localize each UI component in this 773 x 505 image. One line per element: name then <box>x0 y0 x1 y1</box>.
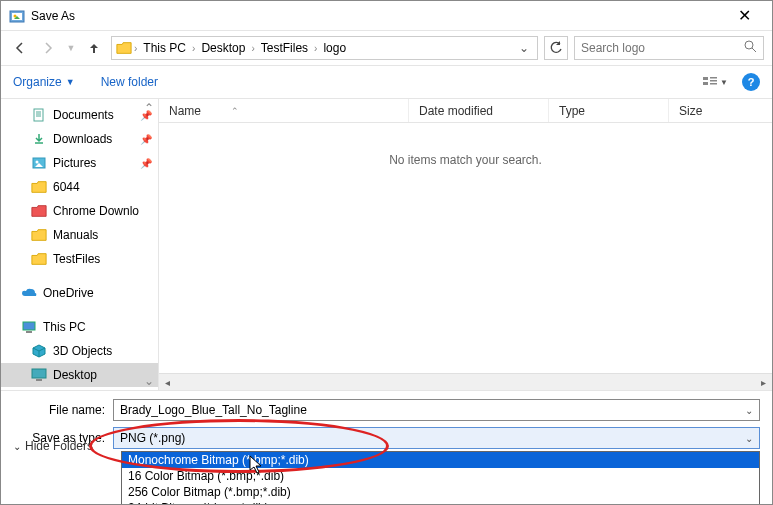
chevron-right-icon[interactable]: › <box>192 43 195 54</box>
column-name[interactable]: Name⌃ <box>159 99 409 122</box>
dropdown-option[interactable]: 24-bit Bitmap (*.bmp;*.dib) <box>122 500 759 505</box>
svg-rect-19 <box>32 369 46 378</box>
tree-label: 3D Objects <box>53 344 112 358</box>
nav-tree[interactable]: Documents📌 Downloads📌 Pictures📌 6044 Chr… <box>1 99 159 390</box>
tree-label: TestFiles <box>53 252 100 266</box>
tree-label: 6044 <box>53 180 80 194</box>
dropdown-option[interactable]: 256 Color Bitmap (*.bmp;*.dib) <box>122 484 759 500</box>
savetype-value: PNG (*.png) <box>120 431 185 445</box>
file-list[interactable]: No items match your search. <box>159 123 772 373</box>
column-type[interactable]: Type <box>549 99 669 122</box>
column-label: Size <box>679 104 702 118</box>
breadcrumb[interactable]: This PC <box>139 41 190 55</box>
documents-icon <box>31 108 47 122</box>
hide-folders-label: Hide Folders <box>25 439 93 453</box>
view-options[interactable]: ▼ <box>702 75 728 89</box>
column-size[interactable]: Size <box>669 99 772 122</box>
tree-item-pictures[interactable]: Pictures📌 <box>1 151 158 175</box>
folder-icon <box>31 204 47 218</box>
tree-label: Desktop <box>53 368 97 382</box>
hide-folders-button[interactable]: ⌄ Hide Folders <box>13 439 93 453</box>
folder-icon <box>31 252 47 266</box>
help-button[interactable]: ? <box>742 73 760 91</box>
back-button[interactable] <box>9 37 31 59</box>
tree-label: Pictures <box>53 156 96 170</box>
filename-value: Brady_Logo_Blue_Tall_No_Tagline <box>120 403 307 417</box>
tree-item-folder[interactable]: Manuals <box>1 223 158 247</box>
chevron-down-icon: ▼ <box>720 78 728 87</box>
savetype-field[interactable]: PNG (*.png) ⌄ <box>113 427 760 449</box>
refresh-button[interactable] <box>544 36 568 60</box>
svg-rect-20 <box>36 379 42 381</box>
search-input[interactable] <box>581 41 744 55</box>
tree-item-documents[interactable]: Documents📌 <box>1 103 158 127</box>
svg-rect-6 <box>703 82 708 85</box>
folder-icon <box>31 228 47 242</box>
scroll-left[interactable]: ◂ <box>159 377 176 388</box>
chevron-down-icon[interactable]: ⌄ <box>745 405 753 416</box>
tree-scrollbar[interactable]: ⌃⌄ <box>144 99 158 390</box>
svg-rect-17 <box>23 322 35 330</box>
dropdown-option[interactable]: Monochrome Bitmap (*.bmp;*.dib) <box>122 452 759 468</box>
forward-button[interactable] <box>37 37 59 59</box>
tree-label: OneDrive <box>43 286 94 300</box>
tree-label: Downloads <box>53 132 112 146</box>
window-title: Save As <box>31 9 724 23</box>
close-button[interactable]: ✕ <box>724 6 764 25</box>
search-box[interactable] <box>574 36 764 60</box>
organize-menu[interactable]: Organize▼ <box>13 75 75 89</box>
sort-indicator: ⌃ <box>231 106 239 116</box>
svg-rect-18 <box>26 331 32 333</box>
chevron-right-icon[interactable]: › <box>314 43 317 54</box>
desktop-icon <box>31 368 47 382</box>
horizontal-scrollbar[interactable]: ◂ ▸ <box>159 373 772 390</box>
history-dropdown[interactable]: ▼ <box>65 37 77 59</box>
tree-label: Manuals <box>53 228 98 242</box>
tree-item-folder[interactable]: Chrome Downlo <box>1 199 158 223</box>
search-icon[interactable] <box>744 40 757 56</box>
svg-rect-10 <box>34 109 43 121</box>
scroll-track[interactable] <box>176 374 755 390</box>
pc-icon <box>21 320 37 334</box>
filename-label: File name: <box>13 403 113 417</box>
column-label: Type <box>559 104 585 118</box>
organize-label: Organize <box>13 75 62 89</box>
tree-item-folder[interactable]: TestFiles <box>1 247 158 271</box>
chevron-down-icon[interactable]: ⌄ <box>745 433 753 444</box>
up-button[interactable] <box>83 37 105 59</box>
empty-message: No items match your search. <box>389 153 542 167</box>
filename-field[interactable]: Brady_Logo_Blue_Tall_No_Tagline ⌄ <box>113 399 760 421</box>
downloads-icon <box>31 132 47 146</box>
new-folder-button[interactable]: New folder <box>101 75 158 89</box>
folder-icon <box>116 41 132 55</box>
svg-point-16 <box>36 161 39 164</box>
tree-item-onedrive[interactable]: OneDrive <box>1 281 158 305</box>
pictures-icon <box>31 156 47 170</box>
tree-item-3dobjects[interactable]: 3D Objects <box>1 339 158 363</box>
column-headers[interactable]: Name⌃ Date modified Type Size <box>159 99 772 123</box>
savetype-dropdown[interactable]: Monochrome Bitmap (*.bmp;*.dib) 16 Color… <box>121 451 760 505</box>
breadcrumb[interactable]: logo <box>319 41 350 55</box>
tree-label: Chrome Downlo <box>53 204 139 218</box>
svg-line-4 <box>752 48 756 52</box>
chevron-right-icon[interactable]: › <box>251 43 254 54</box>
svg-point-3 <box>745 41 753 49</box>
tree-item-folder[interactable]: 6044 <box>1 175 158 199</box>
tree-item-thispc[interactable]: This PC <box>1 315 158 339</box>
breadcrumb[interactable]: Desktop <box>197 41 249 55</box>
scroll-right[interactable]: ▸ <box>755 377 772 388</box>
svg-rect-8 <box>710 80 717 82</box>
tree-item-downloads[interactable]: Downloads📌 <box>1 127 158 151</box>
tree-label: Documents <box>53 108 114 122</box>
breadcrumb[interactable]: TestFiles <box>257 41 312 55</box>
address-bar[interactable]: › This PC › Desktop › TestFiles › logo ⌄ <box>111 36 538 60</box>
dropdown-option[interactable]: 16 Color Bitmap (*.bmp;*.dib) <box>122 468 759 484</box>
chevron-down-icon: ▼ <box>66 77 75 87</box>
column-date[interactable]: Date modified <box>409 99 549 122</box>
chevron-right-icon[interactable]: › <box>134 43 137 54</box>
svg-rect-7 <box>710 77 717 79</box>
address-dropdown[interactable]: ⌄ <box>515 41 533 55</box>
tree-label: This PC <box>43 320 86 334</box>
onedrive-icon <box>21 286 37 300</box>
tree-item-desktop[interactable]: Desktop <box>1 363 158 387</box>
